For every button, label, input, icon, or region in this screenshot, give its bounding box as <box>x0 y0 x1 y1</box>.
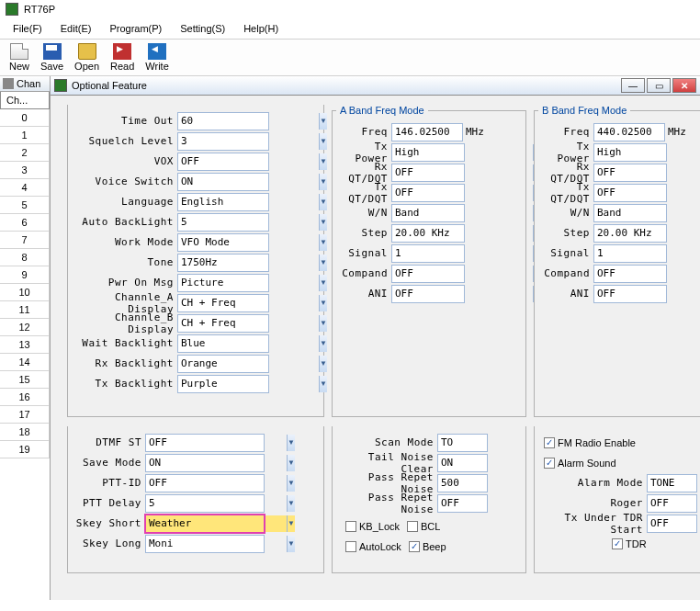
checkbox-autolock[interactable]: AutoLock <box>345 541 401 552</box>
chevron-down-icon[interactable]: ▼ <box>319 255 327 271</box>
channel-row[interactable]: 2 <box>0 144 50 162</box>
channel-row[interactable]: 17 <box>0 406 50 424</box>
chevron-down-icon[interactable]: ▼ <box>287 515 295 532</box>
combo-input[interactable] <box>392 164 533 181</box>
chevron-down-icon[interactable]: ▼ <box>287 455 295 471</box>
channel-row[interactable]: 13 <box>0 336 50 354</box>
combo-tx-qt-dqt[interactable]: ▼ <box>593 184 667 202</box>
combo-input[interactable] <box>392 225 533 242</box>
checkbox-box[interactable] <box>345 541 356 552</box>
combo-save-mode[interactable]: ▼ <box>145 454 265 472</box>
combo-w-n[interactable]: ▼ <box>391 204 465 222</box>
combo-compand[interactable]: ▼ <box>593 265 667 283</box>
combo-w-n[interactable]: ▼ <box>593 204 667 222</box>
chevron-down-icon[interactable]: ▼ <box>319 194 327 210</box>
combo-input[interactable] <box>392 286 533 302</box>
checkbox-kb-lock[interactable]: KB_Lock <box>345 521 400 532</box>
combo-input[interactable] <box>178 214 319 231</box>
checkbox-box[interactable]: ✓ <box>544 458 555 469</box>
combo-tx-backlight[interactable]: ▼ <box>177 375 269 393</box>
combo-input[interactable] <box>178 194 319 210</box>
combo-signal[interactable]: ▼ <box>593 244 667 263</box>
chevron-down-icon[interactable]: ▼ <box>319 356 327 372</box>
channel-row[interactable]: 10 <box>0 284 50 301</box>
combo-input[interactable] <box>178 174 319 190</box>
channel-row[interactable]: 9 <box>0 266 50 284</box>
combo-work-mode[interactable]: ▼ <box>177 233 269 252</box>
checkbox-box[interactable]: ✓ <box>409 541 420 552</box>
checkbox-alarm-sound[interactable]: ✓Alarm Sound <box>544 458 616 469</box>
combo-input[interactable] <box>648 495 700 512</box>
toolbar-new[interactable]: New <box>4 41 35 74</box>
toolbar-open[interactable]: Open <box>69 41 105 74</box>
channel-row[interactable]: 14 <box>0 354 50 371</box>
combo-input[interactable] <box>594 245 700 262</box>
combo-wait-backlight[interactable]: ▼ <box>177 334 269 353</box>
freq-input[interactable] <box>593 123 665 141</box>
channel-row[interactable]: 7 <box>0 232 50 249</box>
checkbox-bcl[interactable]: BCL <box>407 521 440 532</box>
chevron-down-icon[interactable]: ▼ <box>287 475 295 492</box>
combo-input[interactable] <box>178 315 319 332</box>
chevron-down-icon[interactable]: ▼ <box>319 275 327 291</box>
combo-step[interactable]: ▼ <box>391 224 465 243</box>
toolbar-read[interactable]: Read <box>105 41 140 74</box>
combo-skey-long[interactable]: ▼ <box>145 535 265 553</box>
combo-input[interactable] <box>392 245 533 262</box>
combo-pass-repet-noise[interactable]: ▼ <box>437 494 488 513</box>
combo-pass-repet-noise[interactable]: ▼ <box>437 474 488 492</box>
combo-tx-qt-dqt[interactable]: ▼ <box>391 184 465 202</box>
combo-input[interactable] <box>648 475 700 492</box>
combo-input[interactable] <box>146 495 287 512</box>
channel-row[interactable]: 3 <box>0 162 50 179</box>
channel-row[interactable]: 18 <box>0 424 50 441</box>
chevron-down-icon[interactable]: ▼ <box>287 495 295 512</box>
chevron-down-icon[interactable]: ▼ <box>319 234 327 251</box>
channel-row[interactable]: 1 <box>0 127 50 144</box>
combo-tone[interactable]: ▼ <box>177 254 269 272</box>
combo-signal[interactable]: ▼ <box>391 244 465 263</box>
combo-input[interactable] <box>178 153 319 170</box>
checkbox-box[interactable] <box>407 521 418 532</box>
combo-input[interactable] <box>594 144 700 161</box>
combo-input[interactable] <box>178 356 319 372</box>
checkbox-beep[interactable]: ✓Beep <box>409 541 446 552</box>
menu-item[interactable]: Help(H) <box>234 20 288 37</box>
freq-input[interactable] <box>391 123 463 141</box>
channel-row[interactable]: 16 <box>0 389 50 406</box>
combo-ptt-delay[interactable]: ▼ <box>145 494 265 513</box>
combo-input[interactable] <box>392 144 533 161</box>
combo-channle-a-display[interactable]: ▼ <box>177 294 269 312</box>
combo-compand[interactable]: ▼ <box>391 265 465 283</box>
chevron-down-icon[interactable]: ▼ <box>287 435 295 451</box>
combo-auto-backlight[interactable]: ▼ <box>177 213 269 232</box>
combo-dtmf-st[interactable]: ▼ <box>145 434 265 452</box>
combo-vox[interactable]: ▼ <box>177 153 269 171</box>
menu-item[interactable]: Edit(E) <box>51 20 101 37</box>
combo-roger[interactable]: ▼ <box>647 494 697 513</box>
combo-input[interactable] <box>146 455 287 471</box>
combo-input[interactable] <box>178 255 319 271</box>
toolbar-save[interactable]: Save <box>35 41 69 74</box>
combo-input[interactable] <box>146 475 287 492</box>
checkbox-box[interactable]: ✓ <box>612 538 623 549</box>
checkbox-box[interactable] <box>345 521 356 532</box>
combo-ani[interactable]: ▼ <box>593 285 667 303</box>
combo-input[interactable] <box>594 286 700 302</box>
combo-input[interactable] <box>178 376 319 392</box>
channel-row[interactable]: 5 <box>0 197 50 214</box>
combo-input[interactable] <box>146 536 287 552</box>
combo-input[interactable] <box>392 185 533 201</box>
channel-tab[interactable]: Ch... <box>0 92 50 109</box>
combo-input[interactable] <box>594 205 700 221</box>
combo-input[interactable] <box>178 335 319 352</box>
toolbar-write[interactable]: Write <box>140 41 174 74</box>
combo-input[interactable] <box>178 295 319 311</box>
combo-rx-qt-dqt[interactable]: ▼ <box>391 164 465 182</box>
restore-button[interactable]: ▭ <box>647 78 671 93</box>
combo-scan-mode[interactable]: ▼ <box>437 434 488 452</box>
menu-item[interactable]: Program(P) <box>100 20 171 37</box>
combo-rx-qt-dqt[interactable]: ▼ <box>593 164 667 182</box>
combo-language[interactable]: ▼ <box>177 193 269 211</box>
combo-ani[interactable]: ▼ <box>391 285 465 303</box>
